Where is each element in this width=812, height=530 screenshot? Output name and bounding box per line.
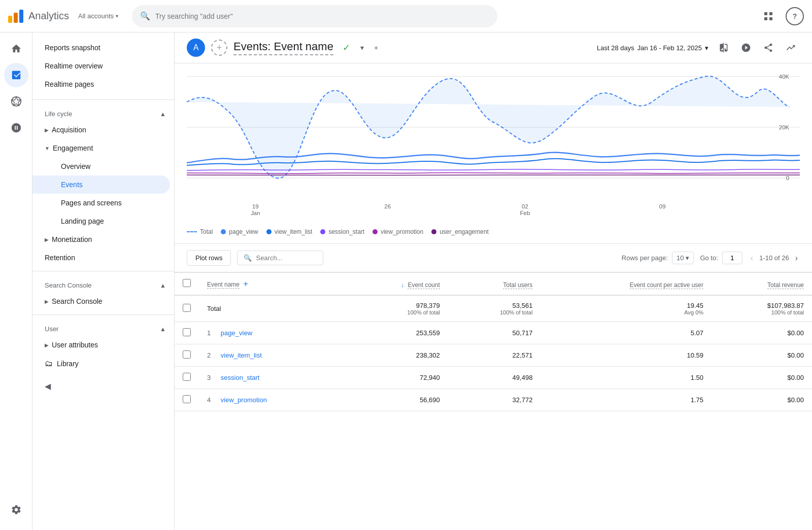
legend-total-icon [187,231,197,232]
settings-icon[interactable] [4,498,28,522]
go-to-input[interactable] [722,252,742,264]
legend-session-start: session_start [320,228,364,235]
triangle-icon-ua: ▶ [45,342,49,348]
reports-icon[interactable] [4,63,28,87]
table-search-input[interactable] [256,254,317,262]
total-row-checkbox[interactable] [183,304,191,312]
row-3-name-link[interactable]: session_start [221,374,260,381]
collapse-sidebar-button[interactable]: ◀ [45,381,51,391]
table-row: 3 session_start 72,940 49,498 1.50 $0.00 [175,367,812,389]
rows-select-chevron: ▾ [686,254,689,262]
save-icon-button[interactable] [737,39,755,57]
trend-icon-button[interactable] [782,39,800,57]
row-4-checkbox-cell [175,389,199,411]
main-layout: Reports snapshot Realtime overview Realt… [0,32,812,530]
legend-view-promotion: view_promotion [373,228,423,235]
go-to-control: Go to: [700,252,742,264]
select-all-header [175,273,199,296]
row-1-total-users: 50,717 [448,322,541,344]
row-2-checkbox[interactable] [183,350,191,359]
date-range-value: Jan 16 - Feb 12, 2025 [637,44,702,52]
add-column-button[interactable]: + [241,279,250,289]
table-row: 2 view_item_list 238,302 22,571 10.59 $0… [175,344,812,367]
section-header-search-console[interactable]: Search Console ▲ [32,275,174,292]
table-header-row: Event name + ↓ Event count Total users E… [175,273,812,296]
date-range-picker[interactable]: Last 28 days Jan 16 - Feb 12, 2025 ▾ [597,44,708,52]
sidebar-item-events[interactable]: Events [32,175,170,194]
apps-grid-button[interactable] [759,7,777,25]
header-icons [715,39,800,57]
sidebar-item-search-console[interactable]: ▶ Search Console [32,292,170,310]
row-4-rank: 4 view_promotion [199,389,343,411]
search-icon: 🔍 [140,11,150,21]
row-4-checkbox[interactable] [183,395,191,403]
sidebar-item-retention[interactable]: Retention [32,249,170,267]
compare-icon-button[interactable] [715,39,733,57]
total-revenue-header: Total revenue [712,273,812,296]
row-4-name-link[interactable]: view_promotion [221,396,267,404]
row-4-event-count: 56,690 [343,389,448,411]
svg-rect-0 [764,12,767,15]
svg-text:0: 0 [786,175,789,181]
sidebar-item-overview[interactable]: Overview [32,157,170,175]
row-1-name-link[interactable]: page_view [221,329,252,337]
row-1-checkbox[interactable] [183,328,191,336]
sidebar-item-monetization[interactable]: ▶ Monetization [32,230,170,249]
select-all-checkbox[interactable] [183,279,191,287]
sidebar-item-reports-snapshot[interactable]: Reports snapshot [32,39,170,57]
events-table: Event name + ↓ Event count Total users E… [175,272,812,411]
row-3-checkbox[interactable] [183,373,191,381]
sidebar-item-engagement[interactable]: ▼ Engagement [32,139,170,157]
row-2-name-link[interactable]: view_item_list [221,351,262,359]
sidebar-item-landing-page[interactable]: Landing page [32,212,170,230]
all-accounts-menu[interactable]: All accounts ▾ [78,12,118,20]
next-page-button[interactable]: › [793,252,800,265]
verified-icon: ✓ [343,42,350,53]
svg-text:Jan: Jan [251,210,260,216]
svg-text:20K: 20K [779,124,790,130]
sidebar-item-acquisition[interactable]: ▶ Acquisition [32,121,170,139]
help-button[interactable]: ? [786,7,804,25]
rows-per-page-select[interactable]: 10 ▾ [672,252,694,264]
table-controls: Plot rows 🔍 Rows per page: 10 ▾ Go to: ‹… [175,243,812,272]
sidebar-item-pages-screens[interactable]: Pages and screens [32,194,170,212]
svg-text:26: 26 [384,203,391,209]
row-4-revenue: $0.00 [712,389,812,411]
section-header-user[interactable]: User ▲ [32,319,174,336]
search-bar[interactable]: 🔍 [132,5,497,27]
row-2-event-count: 238,302 [343,344,448,367]
total-checkbox-cell [175,295,199,322]
svg-text:02: 02 [522,203,528,209]
advertising-icon[interactable] [4,116,28,140]
event-name-header: Event name + [199,273,343,296]
table-row: 4 view_promotion 56,690 32,772 1.75 $0.0… [175,389,812,411]
sidebar-item-library[interactable]: 🗂 Library [32,354,170,373]
legend-view-item-list: view_item_list [266,228,313,235]
row-1-checkbox-cell [175,322,199,344]
sidebar-item-user-attributes[interactable]: ▶ User attributes [32,336,170,354]
content-header: A + Events: Event name ✓ ▾ + Last 28 day… [175,32,812,63]
table-search-icon: 🔍 [244,254,252,262]
title-dropdown-button[interactable]: ▾ [356,42,368,54]
title-add-button[interactable]: + [370,42,382,54]
search-input[interactable] [155,12,489,20]
sidebar-item-realtime-pages[interactable]: Realtime pages [32,75,170,93]
svg-text:19: 19 [252,203,259,209]
explore-icon[interactable] [4,89,28,114]
avatar: A [187,39,205,57]
section-header-lifecycle[interactable]: Life cycle ▲ [32,104,174,121]
row-4-per-user: 1.75 [540,389,712,411]
table-search-wrap[interactable]: 🔍 [237,251,323,265]
share-icon-button[interactable] [759,39,777,57]
plot-rows-button[interactable]: Plot rows [187,250,231,266]
topbar: Analytics All accounts ▾ 🔍 ? [0,0,812,32]
prev-page-button[interactable]: ‹ [749,252,755,265]
row-1-revenue: $0.00 [712,322,812,344]
row-3-event-count: 72,940 [343,367,448,389]
add-tab-button[interactable]: + [211,40,227,56]
sidebar-item-realtime-overview[interactable]: Realtime overview [32,57,170,75]
event-count-per-user-header: Event count per active user [540,273,712,296]
logo-icon [8,10,23,23]
home-icon[interactable] [4,37,28,61]
date-label: Last 28 days [597,44,634,52]
